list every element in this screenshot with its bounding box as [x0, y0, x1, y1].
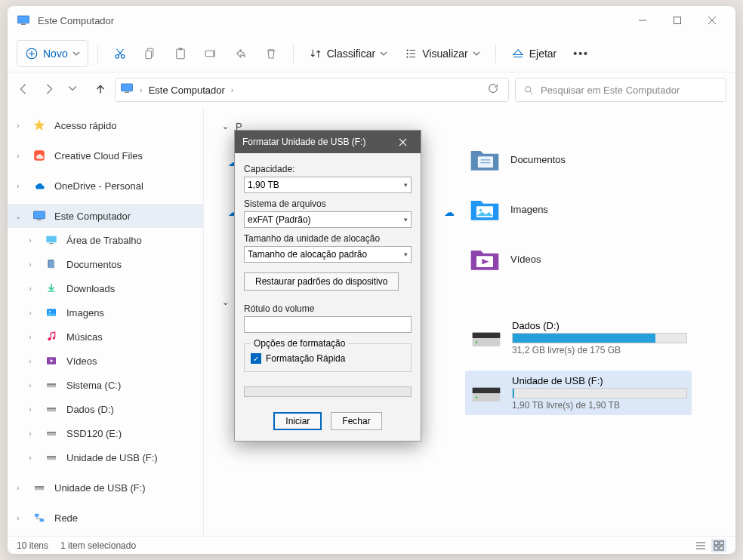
sidebar-item-onedrive[interactable]: ›OneDrive - Personal	[8, 174, 203, 198]
dialog-close-button[interactable]	[392, 131, 413, 152]
recent-button[interactable]	[68, 82, 83, 97]
network-icon	[32, 510, 47, 525]
separator	[97, 44, 98, 63]
status-selected-count: 1 item selecionado	[60, 540, 136, 551]
eject-button[interactable]: Ejetar	[505, 40, 563, 67]
onedrive-icon	[32, 178, 47, 193]
view-button[interactable]: Visualizar	[398, 40, 486, 67]
usb-drive-icon	[44, 450, 59, 465]
sidebar-item-videos[interactable]: ›Vídeos	[8, 349, 203, 373]
sidebar-item-quick-access[interactable]: ›Acesso rápido	[8, 113, 203, 137]
refresh-button[interactable]	[482, 82, 504, 97]
format-options-label: Opções de formatação	[251, 338, 348, 349]
address-location: Este Computador	[149, 85, 225, 96]
music-icon	[44, 329, 59, 344]
this-pc-icon	[120, 82, 134, 98]
svg-rect-27	[125, 92, 129, 94]
svg-rect-58	[40, 518, 44, 522]
pictures-icon	[44, 305, 59, 320]
volume-label-label: Rótulo do volume	[244, 303, 412, 314]
address-bar[interactable]: › Este Computador ›	[115, 78, 509, 102]
svg-rect-74	[714, 541, 718, 545]
drive-icon	[44, 426, 59, 441]
copy-button[interactable]	[137, 40, 163, 67]
sidebar-item-downloads[interactable]: ›Downloads	[8, 276, 203, 300]
nav-buttons	[17, 82, 109, 97]
minimize-button[interactable]	[625, 6, 660, 35]
status-bar: 10 itens 1 item selecionado	[8, 536, 735, 554]
sidebar-item-desktop[interactable]: ›Área de Trabalho	[8, 228, 203, 252]
allocation-select[interactable]: Tamanho de alocação padrão▾	[244, 246, 412, 263]
sidebar-item-documents[interactable]: ›Documentos	[8, 252, 203, 276]
filesystem-select[interactable]: exFAT (Padrão)▾	[244, 211, 412, 228]
svg-rect-34	[49, 243, 53, 244]
large-icons-view-button[interactable]	[711, 539, 726, 552]
drive-d[interactable]: Dados (D:) 31,2 GB livre(s) de 175 GB	[465, 315, 692, 360]
folder-videos[interactable]: Vídeos	[465, 239, 624, 278]
folder-documents[interactable]: Documentos	[465, 140, 624, 179]
quick-format-checkbox[interactable]: ✓ Formatação Rápida	[251, 353, 405, 364]
new-button[interactable]: Novo	[17, 40, 88, 67]
close-button[interactable]	[695, 6, 729, 35]
maximize-button[interactable]	[660, 6, 695, 35]
svg-rect-36	[49, 261, 54, 268]
share-button[interactable]	[228, 40, 254, 67]
address-bar-row: › Este Computador › Pesquisar em Este Co…	[8, 72, 735, 107]
sidebar-item-d-drive[interactable]: ›Dados (D:)	[8, 397, 203, 421]
documents-folder-icon	[468, 143, 501, 176]
drive-f[interactable]: Unidade de USB (F:) 1,90 TB livre(s) de …	[465, 371, 692, 415]
sidebar-item-creative-cloud[interactable]: ›Creative Cloud Files	[8, 143, 203, 168]
svg-rect-77	[720, 546, 723, 550]
svg-rect-16	[178, 48, 182, 50]
sort-button[interactable]: Classificar	[303, 40, 394, 67]
window-title: Este Computador	[38, 15, 625, 26]
cloud-status-icon: ☁	[444, 206, 455, 218]
folder-pictures[interactable]: Imagens	[465, 189, 624, 229]
search-input[interactable]: Pesquisar em Este Computador	[515, 78, 726, 102]
sidebar-item-e-drive[interactable]: ›SSD120 (E:)	[8, 421, 203, 445]
svg-rect-57	[35, 514, 39, 517]
star-icon	[32, 118, 47, 133]
details-view-button[interactable]	[693, 539, 708, 552]
sidebar-item-f-drive-root[interactable]: ›Unidade de USB (F:)	[8, 475, 203, 500]
svg-rect-46	[47, 408, 56, 409]
svg-rect-43	[47, 383, 56, 385]
capacity-select[interactable]: 1,90 TB▾	[244, 177, 412, 193]
videos-folder-icon	[468, 242, 501, 275]
svg-line-29	[530, 91, 532, 94]
drive-icon	[44, 377, 59, 392]
restore-defaults-button[interactable]: Restaurar padrões do dispositivo	[244, 272, 399, 291]
up-button[interactable]	[94, 82, 109, 97]
volume-label-input[interactable]	[244, 316, 412, 333]
drive-icon	[470, 322, 503, 355]
drive-icon	[44, 402, 59, 417]
sidebar-item-music[interactable]: ›Músicas	[8, 325, 203, 349]
paste-button[interactable]	[168, 40, 193, 67]
svg-rect-33	[46, 236, 56, 243]
sidebar-item-network[interactable]: ›Rede	[8, 506, 203, 530]
status-item-count: 10 itens	[17, 540, 48, 551]
svg-rect-69	[473, 387, 501, 392]
close-dialog-button[interactable]: Fechar	[331, 412, 381, 430]
cut-button[interactable]	[107, 40, 133, 67]
sidebar-item-c-drive[interactable]: ›Sistema (C:)	[8, 373, 203, 397]
back-button[interactable]	[17, 82, 32, 97]
drive-capacity-bar	[512, 333, 687, 343]
cloud-icon	[32, 148, 47, 163]
svg-rect-3	[674, 17, 681, 24]
pictures-folder-icon	[468, 192, 501, 226]
start-button[interactable]: Iniciar	[273, 412, 322, 430]
sort-label: Classificar	[327, 48, 376, 60]
usb-drive-icon	[470, 377, 503, 410]
dialog-titlebar[interactable]: Formatar Unidade de USB (F:)	[235, 131, 421, 153]
sidebar-item-this-pc[interactable]: ⌄Este Computador	[8, 204, 203, 228]
delete-button[interactable]	[258, 40, 284, 67]
sidebar-item-f-drive[interactable]: ›Unidade de USB (F:)	[8, 445, 203, 469]
svg-point-56	[42, 488, 42, 489]
forward-button[interactable]	[42, 82, 57, 97]
rename-button[interactable]	[198, 40, 224, 67]
sidebar-item-pictures[interactable]: ›Imagens	[8, 300, 203, 325]
separator	[495, 44, 496, 63]
svg-rect-1	[21, 24, 26, 26]
more-button[interactable]: •••	[567, 40, 595, 67]
